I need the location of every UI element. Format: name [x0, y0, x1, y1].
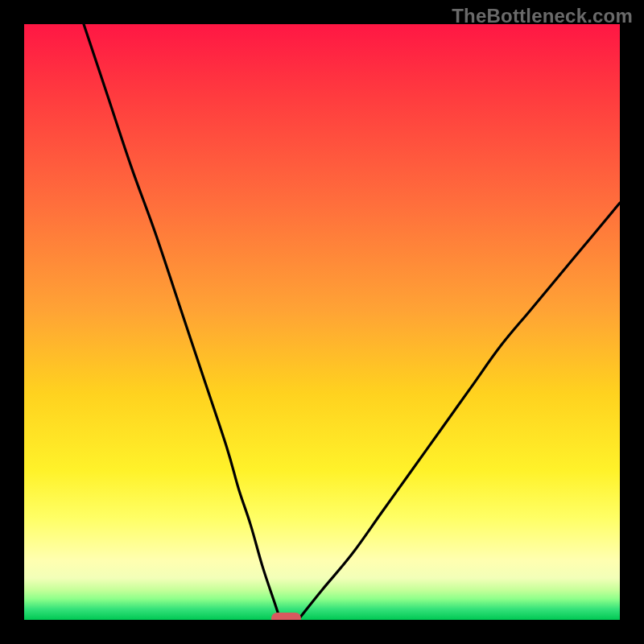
watermark-text: TheBottleneck.com — [452, 5, 633, 27]
chart-frame: TheBottleneck.com — [0, 0, 644, 644]
plot-area — [24, 24, 620, 620]
gradient-background — [24, 24, 620, 620]
bottleneck-marker — [271, 613, 301, 620]
